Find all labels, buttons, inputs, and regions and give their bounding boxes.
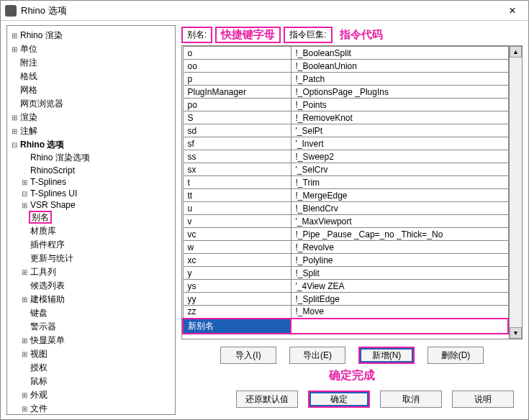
tree-item[interactable]: ⊞Rhino 渲染 (10, 29, 173, 42)
table-row[interactable]: vc!_Pipe _Pause _Cap=_no _Thick=_No (183, 228, 508, 241)
tree-item[interactable]: ⊞T-Splines (20, 176, 173, 188)
table-row[interactable]: sf'_Invert (183, 137, 508, 150)
macro-cell[interactable]: !_Move (291, 306, 508, 319)
macro-cell[interactable]: '_4View ZEA (291, 280, 508, 293)
scroll-up-icon[interactable]: ▴ (510, 46, 522, 58)
table-row[interactable]: y!_Split (183, 267, 508, 280)
macro-cell[interactable]: '_Invert (291, 137, 508, 150)
tree-item-label[interactable]: 键盘 (29, 308, 49, 318)
tree-item[interactable]: ⊞注解 (10, 124, 173, 138)
tree-item[interactable]: 格线 (10, 70, 173, 83)
alias-cell[interactable]: sf (183, 137, 291, 150)
alias-cell[interactable]: sx (183, 163, 291, 176)
table-row[interactable]: sd'_SelPt (183, 124, 508, 137)
tree-item[interactable]: 键盘 (20, 306, 173, 320)
table-row[interactable]: oo!_BooleanUnion (183, 60, 508, 73)
alias-cell[interactable]: xc (183, 254, 291, 267)
tree-item[interactable]: 更新与统计 (20, 252, 173, 265)
tree-item-label[interactable]: 建模辅助 (29, 294, 66, 304)
macro-cell[interactable]: '_SelPt (291, 124, 508, 137)
macro-cell[interactable]: !_SplitEdge (291, 293, 508, 306)
tree-item-label[interactable]: 格线 (19, 71, 39, 81)
tree-item[interactable]: Rhino 渲染选项 (20, 151, 173, 165)
table-row[interactable]: u!_BlendCrv (183, 202, 508, 215)
alias-cell[interactable]: S (183, 111, 291, 124)
tree-item[interactable]: ⊞单位 (10, 42, 173, 56)
tree-item[interactable]: ⊞外观 (20, 388, 173, 402)
tree-item[interactable]: 网页浏览器 (10, 97, 173, 111)
tree-item-label[interactable]: VSR Shape (29, 200, 77, 210)
new-alias-cell[interactable]: 新别名 (183, 319, 291, 334)
table-row[interactable]: t!_Trim (183, 176, 508, 189)
tree-item-label[interactable]: 鼠标 (29, 376, 49, 386)
tree-item-label[interactable]: 渲染 (19, 112, 39, 122)
alias-cell[interactable]: y (183, 267, 291, 280)
table-row[interactable]: ys'_4View ZEA (183, 280, 508, 293)
table-row[interactable]: p!_Patch (183, 73, 508, 86)
tree-item-label[interactable]: Rhino 渲染 (19, 30, 64, 40)
tree-item[interactable]: 鼠标 (20, 375, 173, 388)
expand-icon[interactable]: ⊞ (20, 201, 29, 209)
tree-item-label[interactable]: 注解 (19, 126, 39, 136)
alias-cell[interactable]: PlugInManager (183, 86, 291, 99)
tree-item-label[interactable]: T-Splines UI (29, 188, 78, 198)
table-row[interactable]: sx'_SelCrv (183, 163, 508, 176)
alias-cell[interactable]: po (183, 99, 291, 111)
tree-item-label[interactable]: 文件 (29, 403, 49, 414)
alias-grid[interactable]: o!_BooleanSplitoo!_BooleanUnionp!_PatchP… (182, 46, 509, 339)
alias-cell[interactable]: w (183, 241, 291, 254)
tree-panel[interactable]: ⊞Rhino 渲染⊞单位附注格线网格网页浏览器⊞渲染⊞注解⊟Rhino 选项Rh… (6, 25, 176, 415)
new-button[interactable]: 新增(N) (358, 347, 415, 364)
macro-cell[interactable]: '_SelCrv (291, 163, 508, 176)
macro-cell[interactable]: !_Patch (291, 73, 508, 86)
tree-item-label[interactable]: Rhino 选项 (19, 140, 65, 150)
tree-item-label[interactable]: 网格 (19, 85, 39, 95)
tree-item-label[interactable]: 工具列 (29, 267, 58, 277)
macro-cell[interactable]: !_Sweep2 (291, 150, 508, 163)
macro-cell[interactable]: !_Split (291, 267, 508, 280)
macro-cell[interactable]: !_BooleanUnion (291, 60, 508, 73)
tree-item-label[interactable]: 附注 (19, 58, 39, 68)
table-row[interactable]: ss!_Sweep2 (183, 150, 508, 163)
macro-cell[interactable]: !_OptionsPage _PlugIns (291, 86, 508, 99)
collapse-icon[interactable]: ⊟ (10, 141, 19, 149)
alias-cell[interactable]: u (183, 202, 291, 215)
tree-item[interactable]: ⊞VSR Shape (20, 199, 173, 211)
expand-icon[interactable]: ⊞ (20, 337, 29, 344)
tree-item[interactable]: 警示器 (20, 320, 173, 334)
table-row[interactable]: S!_RemoveKnot (183, 111, 508, 124)
tree-item-label[interactable]: T-Splines (29, 177, 68, 187)
cancel-button[interactable]: 取消 (380, 391, 442, 408)
tree-item-label[interactable]: 材质库 (29, 226, 58, 236)
grid-scrollbar[interactable]: ▴ ▾ (509, 46, 522, 339)
restore-defaults-button[interactable]: 还原默认值 (236, 391, 298, 408)
tree-item-label[interactable]: 插件程序 (29, 239, 66, 250)
alias-cell[interactable]: yy (183, 293, 291, 306)
tree-item-label[interactable]: 单位 (19, 44, 39, 54)
table-row[interactable]: o!_BooleanSplit (183, 47, 508, 60)
alias-cell[interactable]: v (183, 215, 291, 228)
macro-cell[interactable]: '_MaxViewport (291, 215, 508, 228)
tree-item[interactable]: 别名 (20, 211, 173, 224)
macro-cell[interactable]: !_RemoveKnot (291, 111, 508, 124)
tree-item[interactable]: ⊟T-Splines UI (20, 188, 173, 199)
import-button[interactable]: 导入(I) (220, 347, 276, 364)
alias-cell[interactable]: sd (183, 124, 291, 137)
expand-icon[interactable]: ⊞ (20, 178, 29, 186)
alias-cell[interactable]: tt (183, 189, 291, 202)
table-row[interactable]: yy!_SplitEdge (183, 293, 508, 306)
help-button[interactable]: 说明 (452, 391, 514, 408)
tree-item-label[interactable]: 网页浏览器 (19, 99, 65, 109)
table-row[interactable]: po!_Points (183, 99, 508, 111)
tree-item[interactable]: ⊞渲染 (10, 111, 173, 124)
alias-cell[interactable]: vc (183, 228, 291, 241)
expand-icon[interactable]: ⊞ (20, 268, 29, 276)
tree-item-label[interactable]: 视图 (29, 349, 49, 359)
expand-icon[interactable]: ⊞ (10, 45, 19, 53)
alias-cell[interactable]: oo (183, 60, 291, 73)
expand-icon[interactable]: ⊞ (20, 296, 29, 303)
tree-item[interactable]: ⊞文件 (20, 402, 173, 415)
table-row[interactable]: zz!_Move (183, 306, 508, 319)
expand-icon[interactable]: ⊞ (20, 405, 29, 413)
tree-item[interactable]: ⊞工具列 (20, 265, 173, 279)
